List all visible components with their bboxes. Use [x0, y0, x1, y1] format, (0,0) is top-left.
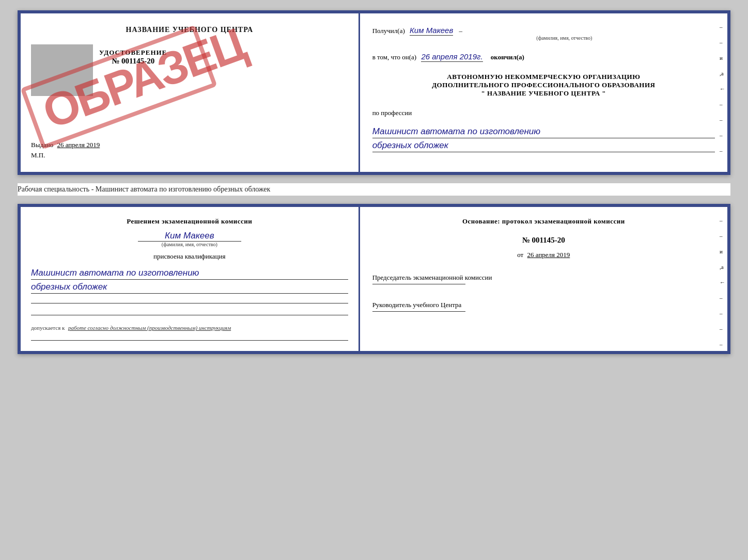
separator-text: Рабочая специальность - Машинист автомат…: [18, 183, 730, 196]
qualification-block: Машинист автомата по изготовлению обрезн…: [31, 266, 348, 294]
bottom-fio-label: (фамилия, имя, отчество): [31, 242, 348, 247]
vydano-prefix: Выдано: [31, 141, 53, 149]
udost-label: УДОСТОВЕРЕНИЕ: [99, 49, 167, 57]
qual-line2: обрезных обложек: [31, 282, 348, 294]
po-professii-label: по профессии: [372, 109, 715, 117]
predsedatel-block: Председатель экзаменационной комиссии: [372, 274, 715, 284]
rukovoditel-label: Руководитель учебного Центра: [372, 301, 715, 309]
top-doc-right: Получил(а) Ким Макеев – (фамилия, имя, о…: [360, 13, 727, 172]
predsedatel-label: Председатель экзаменационной комиссии: [372, 274, 715, 282]
profession-line2: обрезных обложек: [372, 140, 715, 152]
top-document: НАЗВАНИЕ УЧЕБНОГО ЦЕНТРА УДОСТОВЕРЕНИЕ №…: [18, 10, 730, 175]
org-block: АВТОНОМНУЮ НЕКОММЕРЧЕСКУЮ ОРГАНИЗАЦИЮ ДО…: [372, 73, 715, 98]
vtom-prefix: в том, что он(а): [372, 53, 417, 61]
poluchil-row: Получил(а) Ким Макеев – (фамилия, имя, о…: [372, 26, 715, 41]
protocol-number: № 001145-20: [372, 236, 715, 245]
vtom-suffix: окончил(а): [491, 53, 524, 61]
dopusk-block: допускается к работе согласно должностны…: [31, 325, 348, 331]
top-doc-left: НАЗВАНИЕ УЧЕБНОГО ЦЕНТРА УДОСТОВЕРЕНИЕ №…: [21, 13, 360, 172]
bottom-right-decoration: – – и ,а ← – – – –: [720, 217, 725, 347]
bottom-person-name: Ким Макеев (фамилия, имя, отчество): [31, 231, 348, 247]
ot-date: 26 апреля 2019: [527, 251, 570, 259]
bottom-document: Решением экзаменационной комиссии Ким Ма…: [18, 204, 730, 354]
osnovanie-label: Основание: протокол экзаменационной коми…: [372, 217, 715, 226]
bottom-number: № 001145-20: [372, 236, 715, 245]
poluchil-prefix: Получил(а): [372, 27, 405, 35]
prisvoena-label: присвоена квалификация: [31, 252, 348, 261]
dopusk-prefix: допускается к: [31, 325, 65, 331]
org-line3: " НАЗВАНИЕ УЧЕБНОГО ЦЕНТРА ": [372, 89, 715, 98]
fio-label-top: (фамилия, имя, отчество): [414, 35, 715, 41]
mp-label: М.П.: [31, 151, 348, 159]
bottom-name: Ким Макеев: [31, 231, 348, 241]
dopusk-text: работе согласно должностным (производств…: [68, 325, 231, 331]
qual-line1: Машинист автомата по изготовлению: [31, 268, 348, 280]
ot-prefix: от: [517, 251, 523, 259]
profession-block: Машинист автомата по изготовлению обрезн…: [372, 124, 715, 152]
rukovoditel-sig-line: [372, 311, 465, 312]
bottom-doc-left: Решением экзаменационной комиссии Ким Ма…: [21, 207, 360, 351]
udost-number: № 001145-20: [99, 57, 167, 66]
vtom-date: 26 апреля 2019г.: [421, 52, 482, 62]
ot-row: от 26 апреля 2019: [372, 251, 715, 259]
bottom-doc-right: Основание: протокол экзаменационной коми…: [360, 207, 727, 351]
vydano-line: Выдано 26 апреля 2019: [31, 141, 348, 149]
org-line1: АВТОНОМНУЮ НЕКОММЕРЧЕСКУЮ ОРГАНИЗАЦИЮ: [372, 73, 715, 81]
right-decoration: – – и ,а ← – – – –: [720, 24, 725, 154]
profession-line1: Машинист автомата по изготовлению: [372, 126, 715, 138]
photo-placeholder: [31, 44, 93, 96]
poluchil-name: Ким Макеев: [410, 26, 453, 36]
vtom-row: в том, что он(а) 26 апреля 2019г. окончи…: [372, 52, 715, 61]
udost-block: УДОСТОВЕРЕНИЕ № 001145-20: [99, 49, 167, 66]
resheniem-prefix: Решением экзаменационной комиссии: [31, 217, 348, 226]
vydano-date: 26 апреля 2019: [57, 141, 100, 149]
org-line2: ДОПОЛНИТЕЛЬНОГО ПРОФЕССИОНАЛЬНОГО ОБРАЗО…: [372, 81, 715, 89]
rukovoditel-block: Руководитель учебного Центра: [372, 301, 715, 312]
predsedatel-sig-line: [372, 284, 465, 284]
top-doc-title: НАЗВАНИЕ УЧЕБНОГО ЦЕНТРА: [31, 26, 348, 34]
